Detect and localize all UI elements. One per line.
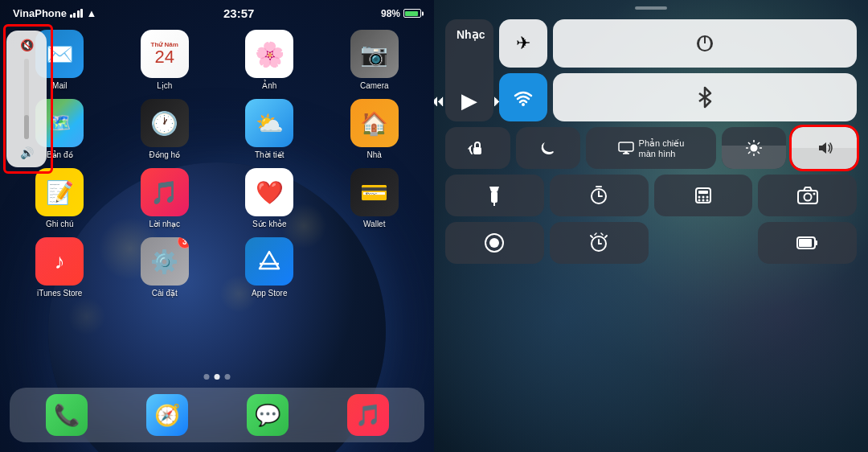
svg-line-12 xyxy=(748,142,751,145)
cc-lock-rotation-btn[interactable] xyxy=(445,127,510,169)
clock-time: 23:57 xyxy=(223,6,254,20)
dock-phone[interactable]: 📞 xyxy=(46,394,88,436)
wallet-icon: 💳 xyxy=(350,168,399,216)
camera-cc-icon xyxy=(797,187,818,204)
flashlight-icon xyxy=(487,185,502,206)
svg-line-15 xyxy=(748,152,751,154)
svg-point-26 xyxy=(702,196,704,199)
moon-icon xyxy=(538,138,558,158)
cc-flashlight-btn[interactable] xyxy=(445,175,544,216)
prev-btn[interactable]: ⏮ xyxy=(434,92,445,110)
battery-icon xyxy=(403,9,421,18)
photos-icon: 🌸 xyxy=(245,30,293,78)
svg-rect-16 xyxy=(491,191,497,203)
cc-alarm-btn[interactable] xyxy=(550,222,649,264)
play-btn[interactable]: ▶ xyxy=(461,88,477,113)
phone-icon: 📞 xyxy=(46,394,88,436)
settings-icon: ⚙️ 3 xyxy=(141,237,189,286)
battery-container xyxy=(403,9,421,18)
svg-marker-17 xyxy=(489,187,499,191)
svg-point-28 xyxy=(698,199,700,202)
app-settings[interactable]: ⚙️ 3 Cài đặt xyxy=(115,237,215,298)
app-appstore[interactable]: App Store xyxy=(219,237,320,298)
calendar-day-num: 24 xyxy=(155,48,174,66)
svg-rect-5 xyxy=(619,142,633,151)
svg-rect-43 xyxy=(799,239,812,247)
cc-cellular-btn[interactable] xyxy=(553,19,857,68)
itunes-icon: ♪ xyxy=(35,237,84,286)
lock-rotation-icon xyxy=(468,138,487,158)
notes-icon: 📝 xyxy=(35,168,84,216)
app-music-notes[interactable]: 🎵 Lời nhạc xyxy=(115,168,215,229)
cc-screen-rec-btn[interactable] xyxy=(445,222,544,264)
page-dot-3 xyxy=(225,374,231,380)
music-app-icon: 🎵 xyxy=(347,394,389,436)
svg-point-27 xyxy=(706,196,708,199)
app-empty xyxy=(325,237,425,298)
cc-calculator-btn[interactable] xyxy=(654,175,753,216)
app-weather[interactable]: ⛅ Thời tiết xyxy=(219,99,320,160)
cc-camera-btn[interactable] xyxy=(758,175,857,216)
cc-airplane-btn[interactable]: ✈ xyxy=(499,19,547,68)
cc-screen-mirror-btn[interactable]: Phản chiếumàn hình xyxy=(586,127,715,169)
music-title: Nhạc xyxy=(457,28,485,41)
app-itunes[interactable]: ♪ iTunes Store xyxy=(10,237,110,298)
screen-mirror-label: Phản chiếumàn hình xyxy=(639,138,685,158)
app-photos[interactable]: 🌸 Ảnh xyxy=(219,30,320,91)
settings-badge: 3 xyxy=(178,237,189,249)
signal-bar-3 xyxy=(77,10,80,18)
svg-rect-24 xyxy=(698,191,708,194)
page-dot-1 xyxy=(204,374,210,380)
svg-point-29 xyxy=(702,199,704,202)
svg-point-25 xyxy=(698,196,700,199)
app-camera[interactable]: 📷 Camera xyxy=(325,30,425,91)
alarm-icon xyxy=(588,232,609,253)
calendar-label: Lịch xyxy=(157,81,172,91)
volume-slider-widget[interactable]: 🔇 🔊 xyxy=(6,31,47,167)
vol-track xyxy=(24,59,29,139)
music-player: Nhạc ⏮ ▶ ⏭ xyxy=(445,19,493,121)
cc-battery-widget-btn[interactable] xyxy=(758,222,857,264)
cc-brightness-btn[interactable] xyxy=(722,127,787,169)
itunes-label: iTunes Store xyxy=(37,289,82,298)
status-bar: VinaPhone ▲ 23:57 98% xyxy=(0,0,434,23)
svg-point-30 xyxy=(706,199,708,202)
right-panel: ✈ Nhạc ⏮ ▶ ⏭ xyxy=(434,0,868,452)
svg-point-3 xyxy=(522,103,525,106)
svg-rect-4 xyxy=(473,147,481,154)
camera-label: Camera xyxy=(360,81,389,91)
app-health[interactable]: ❤️ Sức khỏe xyxy=(219,168,320,229)
dock-messages[interactable]: 💬 xyxy=(247,394,289,436)
appstore-svg xyxy=(256,249,282,274)
brightness-icon xyxy=(745,139,763,157)
page-dot-2 xyxy=(215,374,220,380)
clock-icon: 🕐 xyxy=(141,99,189,147)
dock-music[interactable]: 🎵 xyxy=(347,394,389,436)
svg-line-39 xyxy=(595,233,596,235)
notes-label: Ghi chú xyxy=(46,220,73,229)
svg-point-7 xyxy=(750,145,757,152)
app-notes[interactable]: 📝 Ghi chú xyxy=(10,168,110,229)
music-notes-label: Lời nhạc xyxy=(149,220,180,229)
left-panel: 🔇 🔊 VinaPhone ▲ 23:57 98% xyxy=(0,0,434,452)
calendar-icon: Thứ Năm 24 xyxy=(141,30,189,78)
cc-bluetooth-btn[interactable] xyxy=(553,73,857,121)
dock-safari[interactable]: 🧭 xyxy=(146,394,188,436)
appstore-icon xyxy=(245,237,293,286)
cc-volume-btn[interactable] xyxy=(792,127,857,169)
calculator-icon xyxy=(694,186,713,205)
status-left: VinaPhone ▲ xyxy=(13,7,96,19)
signal-bar-1 xyxy=(70,14,72,18)
signal-bar-4 xyxy=(80,9,83,18)
app-calendar[interactable]: Thứ Năm 24 Lịch xyxy=(115,30,215,91)
app-clock[interactable]: 🕐 Đồng hồ xyxy=(115,99,215,160)
app-home[interactable]: 🏠 Nhà xyxy=(325,99,425,160)
signal-bars xyxy=(70,9,84,18)
battery-fill xyxy=(405,11,417,16)
cc-wifi-btn[interactable] xyxy=(499,73,547,121)
app-wallet[interactable]: 💳 Wallet xyxy=(325,168,425,229)
home-label: Nhà xyxy=(367,150,382,160)
cc-timer-btn[interactable] xyxy=(550,175,649,216)
cc-dnd-btn[interactable] xyxy=(516,127,581,169)
battery-pct-label: 98% xyxy=(381,8,400,19)
